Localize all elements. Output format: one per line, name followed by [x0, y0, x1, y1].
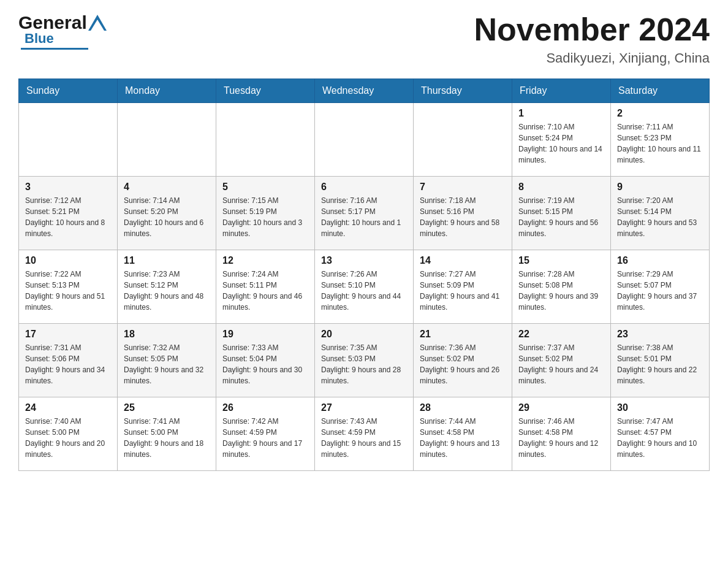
- day-info: Sunrise: 7:16 AMSunset: 5:17 PMDaylight:…: [321, 195, 407, 239]
- header-saturday: Saturday: [611, 79, 710, 103]
- calendar-cell-w1-d5: 1Sunrise: 7:10 AMSunset: 5:24 PMDaylight…: [512, 103, 611, 177]
- week-row-3: 10Sunrise: 7:22 AMSunset: 5:13 PMDayligh…: [19, 250, 710, 324]
- day-number: 6: [321, 182, 407, 193]
- calendar-cell-w2-d4: 7Sunrise: 7:18 AMSunset: 5:16 PMDaylight…: [414, 177, 512, 250]
- calendar-cell-w3-d2: 12Sunrise: 7:24 AMSunset: 5:11 PMDayligh…: [216, 250, 315, 324]
- day-info: Sunrise: 7:11 AMSunset: 5:23 PMDaylight:…: [617, 121, 703, 166]
- day-info: Sunrise: 7:22 AMSunset: 5:13 PMDaylight:…: [25, 269, 111, 313]
- logo-general-text: General: [18, 12, 87, 33]
- day-info: Sunrise: 7:18 AMSunset: 5:16 PMDaylight:…: [420, 195, 506, 239]
- header-tuesday: Tuesday: [216, 79, 315, 103]
- day-info: Sunrise: 7:10 AMSunset: 5:24 PMDaylight:…: [518, 121, 604, 166]
- week-row-2: 3Sunrise: 7:12 AMSunset: 5:21 PMDaylight…: [19, 177, 710, 250]
- calendar-cell-w5-d0: 24Sunrise: 7:40 AMSunset: 5:00 PMDayligh…: [19, 397, 118, 471]
- calendar-cell-w2-d2: 5Sunrise: 7:15 AMSunset: 5:19 PMDaylight…: [216, 177, 315, 250]
- day-number: 20: [321, 329, 407, 340]
- calendar-cell-w2-d1: 4Sunrise: 7:14 AMSunset: 5:20 PMDaylight…: [118, 177, 216, 250]
- day-info: Sunrise: 7:26 AMSunset: 5:10 PMDaylight:…: [321, 269, 407, 313]
- day-info: Sunrise: 7:44 AMSunset: 4:58 PMDaylight:…: [420, 416, 506, 460]
- day-info: Sunrise: 7:12 AMSunset: 5:21 PMDaylight:…: [25, 195, 111, 239]
- day-number: 9: [617, 182, 703, 193]
- calendar-cell-w4-d5: 22Sunrise: 7:37 AMSunset: 5:02 PMDayligh…: [512, 324, 611, 397]
- header-monday: Monday: [118, 79, 216, 103]
- day-number: 5: [222, 182, 308, 193]
- day-number: 14: [420, 255, 506, 266]
- logo: General Blue: [18, 12, 108, 50]
- day-number: 30: [617, 402, 703, 413]
- calendar-table: Sunday Monday Tuesday Wednesday Thursday…: [18, 79, 710, 471]
- calendar-cell-w4-d1: 18Sunrise: 7:32 AMSunset: 5:05 PMDayligh…: [118, 324, 216, 397]
- day-number: 1: [518, 108, 604, 119]
- day-number: 25: [124, 402, 210, 413]
- header-wednesday: Wednesday: [315, 79, 414, 103]
- day-number: 11: [124, 255, 210, 266]
- day-number: 26: [222, 402, 308, 413]
- day-number: 23: [617, 329, 703, 340]
- day-number: 18: [124, 329, 210, 340]
- day-number: 7: [420, 182, 506, 193]
- day-info: Sunrise: 7:28 AMSunset: 5:08 PMDaylight:…: [518, 269, 604, 313]
- day-info: Sunrise: 7:38 AMSunset: 5:01 PMDaylight:…: [617, 342, 703, 386]
- day-info: Sunrise: 7:27 AMSunset: 5:09 PMDaylight:…: [420, 269, 506, 313]
- calendar-cell-w2-d6: 9Sunrise: 7:20 AMSunset: 5:14 PMDaylight…: [611, 177, 710, 250]
- calendar-cell-w1-d1: [118, 103, 216, 177]
- day-info: Sunrise: 7:42 AMSunset: 4:59 PMDaylight:…: [222, 416, 308, 460]
- calendar-cell-w4-d4: 21Sunrise: 7:36 AMSunset: 5:02 PMDayligh…: [414, 324, 512, 397]
- day-number: 10: [25, 255, 111, 266]
- calendar-cell-w5-d3: 27Sunrise: 7:43 AMSunset: 4:59 PMDayligh…: [315, 397, 414, 471]
- calendar-subtitle: Sadikyuezi, Xinjiang, China: [474, 50, 710, 66]
- day-number: 24: [25, 402, 111, 413]
- day-info: Sunrise: 7:31 AMSunset: 5:06 PMDaylight:…: [25, 342, 111, 386]
- header-thursday: Thursday: [414, 79, 512, 103]
- day-info: Sunrise: 7:20 AMSunset: 5:14 PMDaylight:…: [617, 195, 703, 239]
- day-number: 17: [25, 329, 111, 340]
- day-info: Sunrise: 7:36 AMSunset: 5:02 PMDaylight:…: [420, 342, 506, 386]
- day-info: Sunrise: 7:19 AMSunset: 5:15 PMDaylight:…: [518, 195, 604, 239]
- calendar-title: November 2024: [474, 12, 710, 47]
- calendar-cell-w3-d0: 10Sunrise: 7:22 AMSunset: 5:13 PMDayligh…: [19, 250, 118, 324]
- day-number: 28: [420, 402, 506, 413]
- page-header: General Blue November 2024 Sadikyuezi, X…: [18, 12, 710, 66]
- calendar-cell-w2-d0: 3Sunrise: 7:12 AMSunset: 5:21 PMDaylight…: [19, 177, 118, 250]
- week-row-5: 24Sunrise: 7:40 AMSunset: 5:00 PMDayligh…: [19, 397, 710, 471]
- day-number: 2: [617, 108, 703, 119]
- calendar-cell-w5-d4: 28Sunrise: 7:44 AMSunset: 4:58 PMDayligh…: [414, 397, 512, 471]
- day-info: Sunrise: 7:47 AMSunset: 4:57 PMDaylight:…: [617, 416, 703, 460]
- weekday-header-row: Sunday Monday Tuesday Wednesday Thursday…: [19, 79, 710, 103]
- calendar-cell-w3-d6: 16Sunrise: 7:29 AMSunset: 5:07 PMDayligh…: [611, 250, 710, 324]
- day-info: Sunrise: 7:41 AMSunset: 5:00 PMDaylight:…: [124, 416, 210, 460]
- day-info: Sunrise: 7:14 AMSunset: 5:20 PMDaylight:…: [124, 195, 210, 239]
- calendar-cell-w2-d3: 6Sunrise: 7:16 AMSunset: 5:17 PMDaylight…: [315, 177, 414, 250]
- day-number: 21: [420, 329, 506, 340]
- day-number: 16: [617, 255, 703, 266]
- calendar-cell-w2-d5: 8Sunrise: 7:19 AMSunset: 5:15 PMDaylight…: [512, 177, 611, 250]
- week-row-4: 17Sunrise: 7:31 AMSunset: 5:06 PMDayligh…: [19, 324, 710, 397]
- calendar-cell-w1-d6: 2Sunrise: 7:11 AMSunset: 5:23 PMDaylight…: [611, 103, 710, 177]
- calendar-cell-w1-d0: [19, 103, 118, 177]
- day-info: Sunrise: 7:40 AMSunset: 5:00 PMDaylight:…: [25, 416, 111, 460]
- day-info: Sunrise: 7:37 AMSunset: 5:02 PMDaylight:…: [518, 342, 604, 386]
- logo-underline: [21, 48, 88, 50]
- day-number: 22: [518, 329, 604, 340]
- calendar-cell-w1-d3: [315, 103, 414, 177]
- calendar-cell-w3-d3: 13Sunrise: 7:26 AMSunset: 5:10 PMDayligh…: [315, 250, 414, 324]
- calendar-cell-w4-d3: 20Sunrise: 7:35 AMSunset: 5:03 PMDayligh…: [315, 324, 414, 397]
- week-row-1: 1Sunrise: 7:10 AMSunset: 5:24 PMDaylight…: [19, 103, 710, 177]
- day-info: Sunrise: 7:15 AMSunset: 5:19 PMDaylight:…: [222, 195, 308, 239]
- calendar-cell-w4-d2: 19Sunrise: 7:33 AMSunset: 5:04 PMDayligh…: [216, 324, 315, 397]
- calendar-cell-w5-d6: 30Sunrise: 7:47 AMSunset: 4:57 PMDayligh…: [611, 397, 710, 471]
- calendar-cell-w1-d4: [414, 103, 512, 177]
- header-friday: Friday: [512, 79, 611, 103]
- calendar-cell-w3-d5: 15Sunrise: 7:28 AMSunset: 5:08 PMDayligh…: [512, 250, 611, 324]
- day-info: Sunrise: 7:43 AMSunset: 4:59 PMDaylight:…: [321, 416, 407, 460]
- calendar-cell-w3-d1: 11Sunrise: 7:23 AMSunset: 5:12 PMDayligh…: [118, 250, 216, 324]
- day-number: 29: [518, 402, 604, 413]
- day-number: 12: [222, 255, 308, 266]
- calendar-cell-w4-d6: 23Sunrise: 7:38 AMSunset: 5:01 PMDayligh…: [611, 324, 710, 397]
- header-sunday: Sunday: [19, 79, 118, 103]
- day-number: 4: [124, 182, 210, 193]
- day-number: 19: [222, 329, 308, 340]
- day-info: Sunrise: 7:32 AMSunset: 5:05 PMDaylight:…: [124, 342, 210, 386]
- day-info: Sunrise: 7:24 AMSunset: 5:11 PMDaylight:…: [222, 269, 308, 313]
- title-section: November 2024 Sadikyuezi, Xinjiang, Chin…: [474, 12, 710, 66]
